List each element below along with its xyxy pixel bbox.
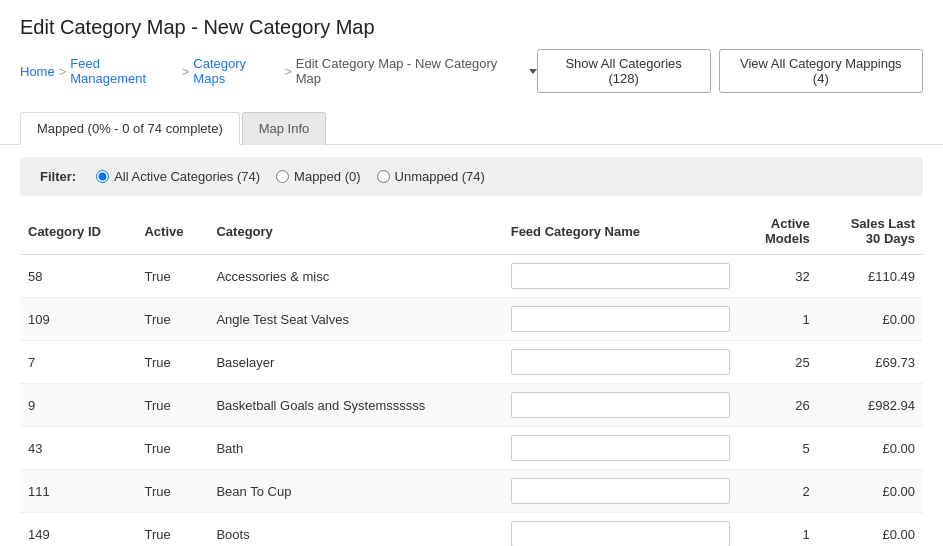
col-active: Active <box>136 208 208 255</box>
header-actions: Show All Categories (128) View All Categ… <box>537 49 923 93</box>
table-row: 43TrueBath5£0.00 <box>20 427 923 470</box>
cell-feed-category-name <box>503 427 739 470</box>
cell-sales-last-30: £0.00 <box>818 298 923 341</box>
cell-category: Bean To Cup <box>208 470 502 513</box>
cell-active: True <box>136 513 208 547</box>
cell-feed-category-name <box>503 470 739 513</box>
filter-mapped-radio[interactable] <box>276 170 289 183</box>
cell-active: True <box>136 470 208 513</box>
cell-feed-category-name <box>503 341 739 384</box>
cell-active: True <box>136 298 208 341</box>
table-row: 111TrueBean To Cup2£0.00 <box>20 470 923 513</box>
breadcrumb-current-label: Edit Category Map - New Category Map <box>296 56 523 86</box>
tab-map-info[interactable]: Map Info <box>242 112 327 145</box>
cell-category-id: 9 <box>20 384 136 427</box>
feed-category-input[interactable] <box>511 306 731 332</box>
cell-sales-last-30: £110.49 <box>818 255 923 298</box>
show-all-categories-button[interactable]: Show All Categories (128) <box>537 49 711 93</box>
filter-label: Filter: <box>40 169 76 184</box>
filter-bar: Filter: All Active Categories (74) Mappe… <box>20 157 923 196</box>
cell-category: Bath <box>208 427 502 470</box>
cell-feed-category-name <box>503 255 739 298</box>
cell-category: Baselayer <box>208 341 502 384</box>
cell-active: True <box>136 384 208 427</box>
col-feed-category-name: Feed Category Name <box>503 208 739 255</box>
cell-active-models: 32 <box>738 255 818 298</box>
breadcrumb-dropdown-icon <box>529 69 537 74</box>
page-title: Edit Category Map - New Category Map <box>20 16 923 39</box>
table-body: 58TrueAccessories & misc32£110.49109True… <box>20 255 923 547</box>
cell-category-id: 58 <box>20 255 136 298</box>
table-row: 149TrueBoots1£0.00 <box>20 513 923 547</box>
view-all-mappings-button[interactable]: View All Category Mappings (4) <box>719 49 923 93</box>
table-row: 7TrueBaselayer25£69.73 <box>20 341 923 384</box>
filter-unmapped[interactable]: Unmapped (74) <box>377 169 485 184</box>
cell-active-models: 26 <box>738 384 818 427</box>
table-container: Category ID Active Category Feed Categor… <box>0 208 943 546</box>
cell-active-models: 25 <box>738 341 818 384</box>
breadcrumb-sep-3: > <box>284 64 292 79</box>
cell-category: Angle Test Seat Valves <box>208 298 502 341</box>
col-active-models: Active Models <box>738 208 818 255</box>
cell-active: True <box>136 427 208 470</box>
feed-category-input[interactable] <box>511 392 731 418</box>
cell-sales-last-30: £0.00 <box>818 470 923 513</box>
feed-category-input[interactable] <box>511 521 731 546</box>
filter-all-radio[interactable] <box>96 170 109 183</box>
filter-options: All Active Categories (74) Mapped (0) Un… <box>96 169 485 184</box>
col-sales-last-30: Sales Last 30 Days <box>818 208 923 255</box>
feed-category-input[interactable] <box>511 263 731 289</box>
breadcrumb-feed-management[interactable]: Feed Management <box>70 56 177 86</box>
breadcrumb-bar: Home > Feed Management > Category Maps >… <box>20 49 923 93</box>
cell-category: Accessories & misc <box>208 255 502 298</box>
cell-sales-last-30: £69.73 <box>818 341 923 384</box>
filter-mapped[interactable]: Mapped (0) <box>276 169 360 184</box>
cell-active: True <box>136 255 208 298</box>
cell-sales-last-30: £0.00 <box>818 427 923 470</box>
cell-feed-category-name <box>503 384 739 427</box>
filter-all-active[interactable]: All Active Categories (74) <box>96 169 260 184</box>
tab-mapped[interactable]: Mapped (0% - 0 of 74 complete) <box>20 112 240 145</box>
cell-active-models: 5 <box>738 427 818 470</box>
cell-feed-category-name <box>503 298 739 341</box>
category-table: Category ID Active Category Feed Categor… <box>20 208 923 546</box>
cell-category-id: 149 <box>20 513 136 547</box>
breadcrumb: Home > Feed Management > Category Maps >… <box>20 56 537 86</box>
cell-active-models: 1 <box>738 298 818 341</box>
filter-unmapped-radio[interactable] <box>377 170 390 183</box>
cell-category-id: 111 <box>20 470 136 513</box>
cell-category-id: 7 <box>20 341 136 384</box>
feed-category-input[interactable] <box>511 435 731 461</box>
breadcrumb-current[interactable]: Edit Category Map - New Category Map <box>296 56 537 86</box>
cell-active-models: 2 <box>738 470 818 513</box>
feed-category-input[interactable] <box>511 349 731 375</box>
cell-active-models: 1 <box>738 513 818 547</box>
cell-active: True <box>136 341 208 384</box>
cell-feed-category-name <box>503 513 739 547</box>
table-row: 9TrueBasketball Goals and Systemssssss26… <box>20 384 923 427</box>
tabs-bar: Mapped (0% - 0 of 74 complete) Map Info <box>0 111 943 145</box>
table-row: 58TrueAccessories & misc32£110.49 <box>20 255 923 298</box>
feed-category-input[interactable] <box>511 478 731 504</box>
cell-sales-last-30: £0.00 <box>818 513 923 547</box>
breadcrumb-sep-2: > <box>182 64 190 79</box>
cell-category: Boots <box>208 513 502 547</box>
cell-category-id: 43 <box>20 427 136 470</box>
page-header: Edit Category Map - New Category Map Hom… <box>0 0 943 111</box>
breadcrumb-category-maps[interactable]: Category Maps <box>193 56 280 86</box>
col-category: Category <box>208 208 502 255</box>
breadcrumb-sep-1: > <box>59 64 67 79</box>
cell-sales-last-30: £982.94 <box>818 384 923 427</box>
table-row: 109TrueAngle Test Seat Valves1£0.00 <box>20 298 923 341</box>
cell-category-id: 109 <box>20 298 136 341</box>
breadcrumb-home[interactable]: Home <box>20 64 55 79</box>
col-category-id: Category ID <box>20 208 136 255</box>
cell-category: Basketball Goals and Systemssssss <box>208 384 502 427</box>
table-header-row: Category ID Active Category Feed Categor… <box>20 208 923 255</box>
